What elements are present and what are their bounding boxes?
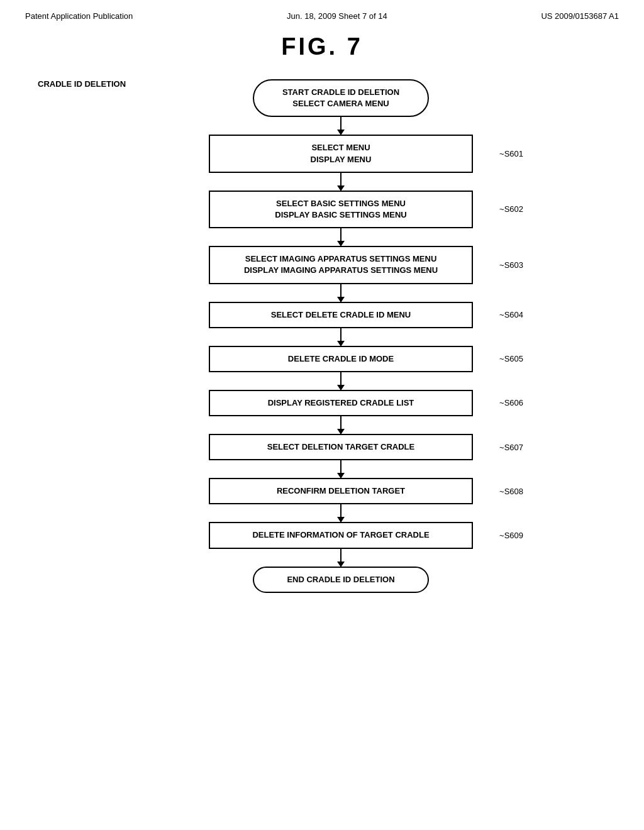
s601-line1: SELECT MENU [311, 143, 370, 152]
step-s606-row: DISPLAY REGISTERED CRADLE LIST S606 [209, 390, 473, 416]
s609-label: S609 [499, 531, 523, 540]
step-s602: SELECT BASIC SETTINGS MENU DISPLAY BASIC… [209, 191, 473, 228]
step-s606: DISPLAY REGISTERED CRADLE LIST [209, 390, 473, 416]
s607-label: S607 [499, 443, 523, 452]
step-s609: DELETE INFORMATION OF TARGET CRADLE [209, 522, 473, 548]
s603-label: S603 [499, 260, 523, 270]
flowchart: START CRADLE ID DELETION SELECT CAMERA M… [75, 79, 606, 593]
s608-line1: RECONFIRM DELETION TARGET [277, 486, 405, 495]
page-header: Patent Application Publication Jun. 18, … [0, 0, 644, 27]
s605-line1: DELETE CRADLE ID MODE [288, 354, 394, 363]
arrow-5 [340, 372, 341, 390]
step-s604: SELECT DELETE CRADLE ID MENU [209, 302, 473, 328]
step-s605: DELETE CRADLE ID MODE [209, 346, 473, 372]
s607-line1: SELECT DELETION TARGET CRADLE [267, 442, 414, 451]
arrow-0 [340, 117, 341, 135]
arrow-1 [340, 173, 341, 191]
figure-title: FIG. 7 [0, 33, 644, 60]
step-s601: SELECT MENU DISPLAY MENU [209, 135, 473, 172]
s601-label: S601 [499, 149, 523, 158]
arrow-3 [340, 284, 341, 302]
header-left: Patent Application Publication [25, 11, 133, 21]
s602-label: S602 [499, 204, 523, 214]
end-node-row: END CRADLE ID DELETION [253, 567, 429, 593]
header-right: US 2009/0153687 A1 [541, 11, 619, 21]
s606-line1: DISPLAY REGISTERED CRADLE LIST [268, 398, 414, 407]
step-s603-row: SELECT IMAGING APPARATUS SETTINGS MENU D… [209, 246, 473, 284]
s601-line2: DISPLAY MENU [311, 155, 372, 164]
end-node: END CRADLE ID DELETION [253, 567, 429, 593]
step-s604-row: SELECT DELETE CRADLE ID MENU S604 [209, 302, 473, 328]
arrow-9 [340, 549, 341, 567]
step-s601-row: SELECT MENU DISPLAY MENU S601 [209, 135, 473, 172]
arrow-4 [340, 328, 341, 346]
start-node-row: START CRADLE ID DELETION SELECT CAMERA M… [253, 79, 429, 117]
start-node: START CRADLE ID DELETION SELECT CAMERA M… [253, 79, 429, 117]
step-s607-row: SELECT DELETION TARGET CRADLE S607 [209, 434, 473, 460]
s604-line1: SELECT DELETE CRADLE ID MENU [271, 310, 411, 319]
step-s608: RECONFIRM DELETION TARGET [209, 478, 473, 504]
s603-line2: DISPLAY IMAGING APPARATUS SETTINGS MENU [244, 265, 438, 275]
start-line2: SELECT CAMERA MENU [292, 99, 389, 108]
step-s602-row: SELECT BASIC SETTINGS MENU DISPLAY BASIC… [209, 191, 473, 228]
s603-line1: SELECT IMAGING APPARATUS SETTINGS MENU [245, 254, 437, 263]
s608-label: S608 [499, 487, 523, 496]
step-s609-row: DELETE INFORMATION OF TARGET CRADLE S609 [209, 522, 473, 548]
header-middle: Jun. 18, 2009 Sheet 7 of 14 [287, 11, 387, 21]
s609-line1: DELETE INFORMATION OF TARGET CRADLE [252, 530, 429, 540]
arrow-7 [340, 460, 341, 478]
s602-line1: SELECT BASIC SETTINGS MENU [276, 199, 406, 208]
start-line1: START CRADLE ID DELETION [282, 87, 399, 97]
s604-label: S604 [499, 310, 523, 319]
arrow-6 [340, 416, 341, 434]
step-s605-row: DELETE CRADLE ID MODE S605 [209, 346, 473, 372]
arrow-8 [340, 504, 341, 522]
arrow-2 [340, 228, 341, 246]
s606-label: S606 [499, 398, 523, 407]
diagram-container: CRADLE ID DELETION START CRADLE ID DELET… [0, 79, 644, 593]
step-s608-row: RECONFIRM DELETION TARGET S608 [209, 478, 473, 504]
step-s607: SELECT DELETION TARGET CRADLE [209, 434, 473, 460]
s602-line2: DISPLAY BASIC SETTINGS MENU [275, 210, 406, 219]
step-s603: SELECT IMAGING APPARATUS SETTINGS MENU D… [209, 246, 473, 284]
s605-label: S605 [499, 354, 523, 363]
